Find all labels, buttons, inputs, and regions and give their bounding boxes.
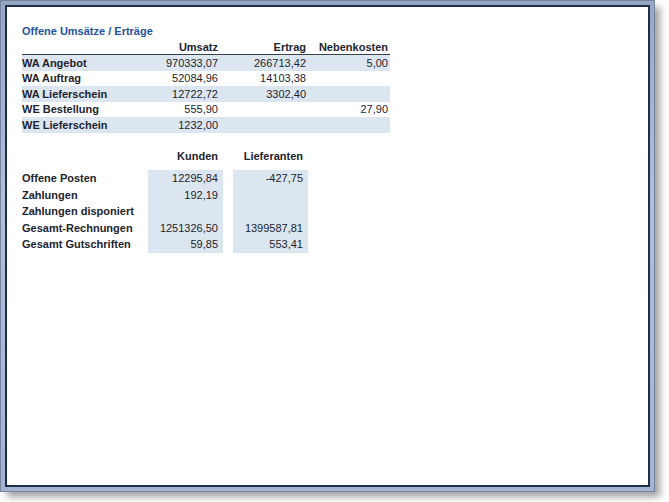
table-row-wa-lieferschein: WA Lieferschein 12722,72 3302,40 — [22, 86, 390, 102]
umsatz-ertrag-table: Umsatz Ertrag Nebenkosten WA Angebot 970… — [22, 40, 390, 133]
row-label: WE Bestellung — [22, 103, 120, 115]
table-row-we-bestellung: WE Bestellung 555,90 27,90 — [22, 102, 390, 118]
cell-lieferanten: 553,41 — [233, 236, 308, 253]
row-label: WE Lieferschein — [22, 119, 120, 131]
row-label: Gesamt-Rechnungen — [22, 222, 148, 234]
cell-lieferanten: 1399587,81 — [233, 220, 308, 237]
row-label: Zahlungen disponiert — [22, 205, 148, 217]
cell-ertrag: 3302,40 — [220, 88, 308, 100]
table-row-we-lieferschein: WE Lieferschein 1232,00 — [22, 117, 390, 133]
row-label: WA Lieferschein — [22, 88, 120, 100]
row-label: WA Angebot — [22, 57, 120, 69]
cell-umsatz: 12722,72 — [120, 88, 220, 100]
column-header-ertrag: Ertrag — [220, 41, 308, 53]
column-header-umsatz: Umsatz — [120, 41, 220, 53]
row-label: Gesamt Gutschriften — [22, 238, 148, 250]
page-title: Offene Umsätze / Erträge — [22, 25, 153, 37]
cell-nebenkosten: 27,90 — [308, 103, 390, 115]
table-row-gesamt-gutschriften: Gesamt Gutschriften 59,85 553,41 — [22, 236, 308, 253]
column-header-kunden: Kunden — [148, 150, 223, 162]
column-header-lieferanten: Lieferanten — [233, 150, 308, 162]
cell-kunden: 12295,84 — [148, 170, 223, 187]
kunden-table-header-row: Kunden Lieferanten — [22, 148, 308, 163]
cell-kunden: 59,85 — [148, 236, 223, 253]
table-row-zahlungen: Zahlungen 192,19 — [22, 187, 308, 204]
cell-lieferanten: -427,75 — [233, 170, 308, 187]
cell-kunden: 1251326,50 — [148, 220, 223, 237]
table-row-wa-auftrag: WA Auftrag 52084,96 14103,38 — [22, 71, 390, 87]
umsatz-table-header-row: Umsatz Ertrag Nebenkosten — [22, 40, 390, 55]
table-row-gesamt-rechnungen: Gesamt-Rechnungen 1251326,50 1399587,81 — [22, 220, 308, 237]
cell-kunden: 192,19 — [148, 187, 223, 204]
cell-nebenkosten: 5,00 — [308, 57, 390, 69]
row-label: Zahlungen — [22, 189, 148, 201]
table-row-wa-angebot: WA Angebot 970333,07 266713,42 5,00 — [22, 55, 390, 71]
row-label: WA Auftrag — [22, 72, 120, 84]
cell-kunden — [148, 203, 223, 220]
cell-lieferanten — [233, 187, 308, 204]
table-row-offene-posten: Offene Posten 12295,84 -427,75 — [22, 170, 308, 187]
table-row-zahlungen-disponiert: Zahlungen disponiert — [22, 203, 308, 220]
overview-window-content: Offene Umsätze / Erträge Umsatz Ertrag N… — [5, 5, 650, 487]
kunden-lieferanten-table: Kunden Lieferanten Offene Posten 12295,8… — [22, 148, 308, 253]
cell-lieferanten — [233, 203, 308, 220]
cell-ertrag: 266713,42 — [220, 57, 308, 69]
cell-ertrag: 14103,38 — [220, 72, 308, 84]
overview-window: Offene Umsätze / Erträge Umsatz Ertrag N… — [0, 0, 655, 492]
cell-umsatz: 1232,00 — [120, 119, 220, 131]
column-header-nebenkosten: Nebenkosten — [308, 41, 390, 53]
row-label: Offene Posten — [22, 172, 148, 184]
cell-umsatz: 52084,96 — [120, 72, 220, 84]
cell-umsatz: 970333,07 — [120, 57, 220, 69]
cell-umsatz: 555,90 — [120, 103, 220, 115]
